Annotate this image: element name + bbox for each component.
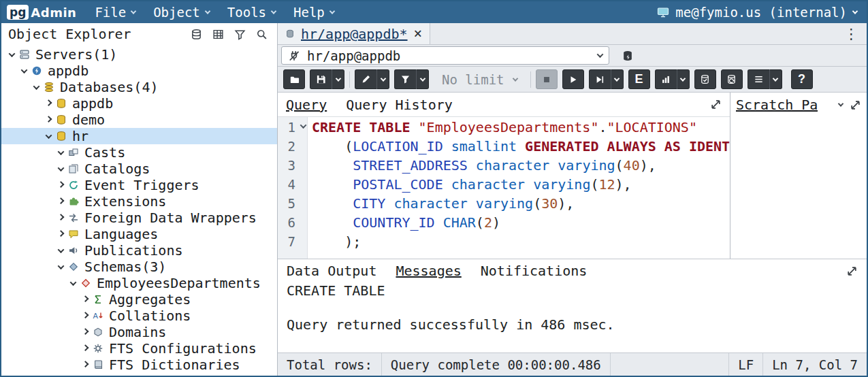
tree-item-appdb[interactable]: appdb — [1, 95, 277, 112]
explain-menu-button[interactable] — [677, 69, 690, 89]
collapse-arrow-icon[interactable] — [56, 265, 66, 269]
user-menu[interactable]: me@fymio.us (internal) — [657, 5, 861, 20]
open-file-button[interactable] — [283, 69, 305, 89]
tree-item-languages[interactable]: Languages — [1, 226, 277, 242]
tree-item-hr[interactable]: hr — [1, 128, 277, 144]
expand-arrow-icon[interactable] — [56, 216, 66, 220]
tree-item-fts-dictionaries[interactable]: FTS Dictionaries — [1, 357, 277, 373]
db-stack-icon[interactable] — [186, 25, 206, 43]
tree-item-catalogs[interactable]: Catalogs — [1, 161, 277, 177]
tree-item-appdb[interactable]: appdb — [1, 63, 277, 79]
tree-item-schemas-3-[interactable]: Schemas(3) — [1, 259, 277, 275]
tree-item-publications[interactable]: Publications — [1, 242, 277, 259]
menu-help[interactable]: Help — [285, 1, 343, 23]
tree-item-databases-4-[interactable]: Databases(4) — [1, 79, 277, 95]
execute-options-button[interactable] — [589, 69, 611, 89]
tree-item-collations[interactable]: ACollations — [1, 308, 277, 324]
tree-item-foreign-data-wrappers[interactable]: Foreign Data Wrappers — [1, 210, 277, 226]
tree-item-domains[interactable]: Domains — [1, 324, 277, 340]
menu-tools[interactable]: Tools — [219, 1, 285, 23]
filter-icon[interactable] — [229, 25, 250, 43]
menu-label: File — [95, 5, 126, 20]
expand-arrow-icon[interactable] — [80, 330, 91, 335]
expand-output-icon[interactable] — [846, 265, 858, 277]
commit-button[interactable] — [694, 69, 716, 89]
grid-icon[interactable] — [208, 25, 228, 43]
macros-menu-button[interactable] — [769, 69, 782, 89]
expand-arrow-icon[interactable] — [44, 118, 54, 122]
query-tool-tab[interactable]: hr/app@appdb* × — [278, 23, 430, 44]
chevron-down-icon[interactable] — [838, 101, 843, 106]
tab-query[interactable]: Query — [286, 97, 327, 113]
collapse-arrow-icon[interactable] — [56, 167, 66, 171]
macros-button[interactable] — [748, 69, 769, 89]
connection-select[interactable]: hr/app@appdb — [281, 46, 609, 65]
search-icon[interactable] — [251, 25, 272, 43]
tab-query-history[interactable]: Query History — [346, 97, 453, 113]
expand-arrow-icon[interactable] — [80, 314, 91, 318]
expand-arrow-icon[interactable] — [56, 183, 66, 188]
help-button[interactable]: ? — [791, 69, 813, 89]
tree-item-label: FTS Dictionaries — [109, 357, 240, 373]
execute-menu-button[interactable] — [611, 69, 624, 89]
expand-scratch-icon[interactable] — [850, 99, 861, 111]
execute-button[interactable] — [562, 69, 584, 89]
edit-button[interactable] — [355, 69, 376, 89]
collapse-arrow-icon[interactable] — [56, 248, 66, 253]
tree-item-fts-configurations[interactable]: FTS Configurations — [1, 340, 277, 357]
collapse-arrow-icon[interactable] — [31, 85, 42, 90]
tab-notifications[interactable]: Notifications — [481, 263, 588, 279]
menu-object[interactable]: Object — [144, 1, 219, 23]
query-tool-panel: hr/app@appdb* × ⋮ hr/app@appdb — [278, 23, 867, 376]
fold-arrow-icon[interactable] — [300, 122, 307, 129]
scratch-pad-body[interactable] — [730, 117, 867, 259]
explain-analyze-button[interactable] — [655, 69, 677, 89]
collapse-arrow-icon[interactable] — [7, 52, 17, 57]
row-limit-select[interactable]: No limit — [434, 69, 526, 89]
save-icon — [316, 74, 326, 84]
tree-item-event-triggers[interactable]: Event Triggers — [1, 177, 277, 193]
collapse-arrow-icon[interactable] — [44, 134, 54, 139]
stop-button[interactable] — [536, 69, 558, 89]
close-icon[interactable]: × — [414, 27, 423, 41]
expand-arrow-icon[interactable] — [80, 297, 91, 302]
sql-code[interactable]: CREATE TABLE "EmployeesDepartments"."LOC… — [308, 117, 730, 259]
logo-pg-badge: pg — [7, 5, 29, 20]
explain-button[interactable]: E — [628, 69, 650, 89]
sql-editor[interactable]: 1234567 CREATE TABLE "EmployeesDepartmen… — [278, 117, 730, 259]
collapse-arrow-icon[interactable] — [56, 150, 66, 155]
list-icon — [754, 74, 764, 84]
new-connection-button[interactable] — [615, 46, 641, 65]
tree-item-aggregates[interactable]: Aggregates — [1, 291, 277, 308]
expand-arrow-icon[interactable] — [56, 232, 66, 237]
status-right: LF Ln 7, Col 7 — [728, 353, 867, 376]
chevron-down-icon — [852, 8, 858, 14]
expand-arrow-icon[interactable] — [44, 101, 54, 106]
kebab-menu-icon[interactable]: ⋮ — [836, 23, 867, 44]
tab-data-output[interactable]: Data Output — [287, 263, 376, 279]
rollback-button[interactable] — [721, 69, 743, 89]
chevron-down-icon — [131, 8, 136, 14]
expand-arrow-icon[interactable] — [80, 346, 91, 351]
edit-menu-button[interactable] — [376, 69, 389, 89]
tree-item-casts[interactable]: Casts — [1, 144, 277, 161]
collation-icon: A — [93, 310, 105, 321]
expand-editor-icon[interactable] — [710, 99, 722, 110]
tab-messages[interactable]: Messages — [396, 263, 461, 279]
collapse-arrow-icon[interactable] — [19, 69, 29, 73]
expand-arrow-icon[interactable] — [80, 363, 91, 367]
collapse-arrow-icon[interactable] — [68, 281, 78, 286]
filter-menu-button[interactable] — [416, 69, 429, 89]
tree-item-servers-1-[interactable]: Servers(1) — [1, 46, 277, 63]
tree-item-label: Publications — [84, 242, 183, 259]
tree-item-demo[interactable]: demo — [1, 112, 277, 128]
code-line: (LOCATION_ID smallint GENERATED ALWAYS A… — [312, 137, 730, 156]
menu-file[interactable]: File — [86, 1, 144, 23]
tree-item-extensions[interactable]: Extensions — [1, 193, 277, 210]
tree-item-employeesdepartments[interactable]: EmployeesDepartments — [1, 275, 277, 291]
expand-arrow-icon[interactable] — [56, 199, 66, 204]
save-button[interactable] — [310, 69, 332, 89]
save-menu-button[interactable] — [332, 69, 344, 89]
help-label: ? — [798, 72, 805, 86]
filter-button[interactable] — [394, 69, 416, 89]
